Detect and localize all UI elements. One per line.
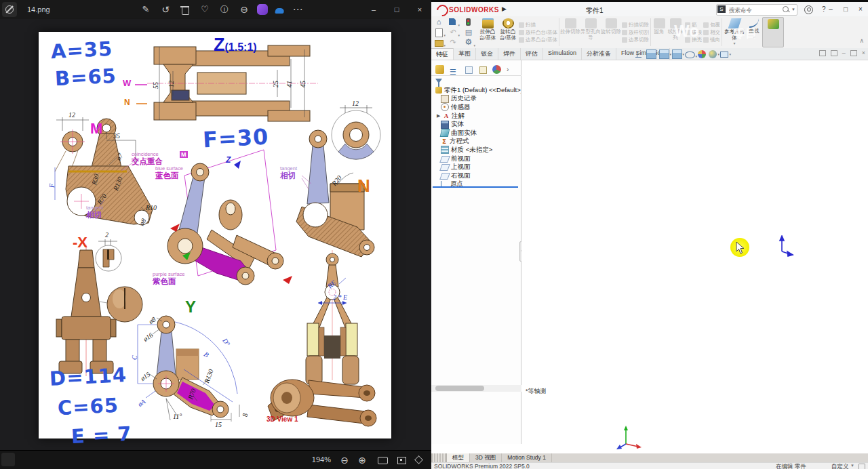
linear-pattern-button[interactable]: 线性阵列	[667, 17, 684, 47]
tree-item-solid-bodies[interactable]: 实体	[431, 120, 521, 129]
graphics-area[interactable]	[521, 60, 868, 444]
doc-minimize-icon[interactable]: –	[842, 49, 846, 56]
swept-boss-button[interactable]: 扫描	[519, 22, 557, 28]
shell-button[interactable]: 抽壳	[685, 37, 702, 43]
tab-scroll-widget[interactable]	[431, 453, 447, 462]
open-icon[interactable]: ▾	[433, 37, 445, 47]
boundary-cut-button[interactable]: 边界切除	[622, 37, 649, 43]
revolved-cut-button[interactable]: 旋转切除	[601, 17, 621, 47]
featuremanager-tab-icon[interactable]	[435, 65, 444, 74]
fit-to-window-icon[interactable]	[376, 453, 389, 467]
swept-cut-button[interactable]: 扫描切除	[622, 22, 649, 28]
doc-maximize-icon[interactable]	[850, 50, 857, 56]
tree-item-right-plane[interactable]: 右视面	[431, 171, 521, 180]
extrude-boss-button[interactable]: 拉伸凸台/基体	[477, 17, 498, 47]
zoom-to-fit-icon[interactable]	[635, 50, 644, 58]
new-document-icon[interactable]: ▾	[433, 27, 445, 37]
dimxpert-tab-icon[interactable]	[478, 65, 487, 74]
scrollbar-thumb[interactable]	[435, 386, 484, 391]
undo-icon[interactable]: ▾	[447, 27, 459, 37]
expand-arrow-icon[interactable]: ▶	[437, 113, 441, 119]
actual-size-icon[interactable]	[395, 453, 408, 467]
display-style-icon[interactable]: ▾	[672, 49, 682, 59]
configurations-tab-icon[interactable]	[464, 65, 473, 74]
boundary-boss-button[interactable]: 边界凸台/基体	[519, 37, 557, 43]
tab-features[interactable]: 特征	[431, 48, 454, 60]
view-orientation-icon[interactable]	[646, 49, 656, 59]
edit-image-icon[interactable]	[139, 3, 153, 16]
maximize-button[interactable]: □	[838, 2, 853, 16]
search-caret-icon[interactable]: ▼	[791, 7, 795, 12]
lofted-boss-button[interactable]: 放样凸台/基体	[519, 29, 557, 36]
wrap-button[interactable]: 包覆	[703, 22, 720, 28]
info-icon[interactable]	[218, 3, 231, 16]
close-button[interactable]: ×	[853, 2, 868, 16]
zoom-out-icon[interactable]: ⊖	[338, 453, 351, 467]
appearance-icon[interactable]	[698, 50, 706, 58]
photo-canvas[interactable]: A=35 B=65 F=30 D=114 C=65 E = 7 Z(1.5:1)…	[39, 32, 391, 439]
tab-weldments[interactable]: 焊件	[498, 48, 521, 60]
rib-button[interactable]: 筋	[685, 22, 702, 28]
curves-button[interactable]: 曲线▾	[746, 17, 762, 47]
rollback-bar[interactable]	[433, 186, 518, 188]
rotate-icon[interactable]	[159, 3, 172, 16]
favorite-icon[interactable]	[198, 3, 212, 16]
tree-item-top-plane[interactable]: 上视面	[431, 163, 521, 171]
logo-expand-arrow[interactable]: ▶	[502, 5, 507, 12]
mirror-button[interactable]: 镜向	[703, 37, 720, 43]
rebuild-icon[interactable]	[462, 17, 475, 26]
status-tag-icon[interactable]	[859, 464, 865, 469]
instant3d-button[interactable]	[762, 17, 784, 47]
tab-sketch[interactable]: 草图	[454, 48, 476, 60]
tab-simulation[interactable]: Simulation	[543, 48, 582, 60]
panel-tabs-more-icon[interactable]: ›	[507, 66, 509, 73]
close-button[interactable]: ×	[408, 0, 431, 19]
view-settings-icon[interactable]: ▾	[719, 50, 728, 58]
fillet-button[interactable]: 圆角	[652, 17, 667, 47]
origin-glyph[interactable]	[778, 235, 795, 257]
search-icon[interactable]	[783, 6, 789, 12]
tree-item-surface-bodies[interactable]: 曲面实体	[431, 129, 521, 138]
delete-icon[interactable]	[178, 3, 192, 16]
hole-wizard-button[interactable]: 异型孔向导	[580, 17, 601, 47]
tab-evaluate[interactable]: 评估	[521, 48, 543, 60]
status-customize[interactable]: 自定义	[831, 463, 849, 469]
draft-button[interactable]: 拔模	[685, 29, 702, 36]
redo-icon[interactable]	[447, 37, 459, 47]
tree-item-front-plane[interactable]: 前视面	[431, 155, 521, 163]
tab-motion-study[interactable]: Motion Study 1	[502, 453, 552, 462]
zoom-in-icon[interactable]: ⊕	[355, 453, 369, 467]
photos-app-icon[interactable]	[2, 2, 17, 17]
file-properties-icon[interactable]	[462, 27, 475, 37]
tree-root[interactable]: 零件1 (Default) <<Default>_PhotoV	[431, 86, 521, 95]
section-view-icon[interactable]: ▾	[659, 49, 669, 59]
minimize-button[interactable]: –	[362, 0, 385, 19]
propertymanager-tab-icon[interactable]	[450, 65, 458, 74]
filmstrip-icon[interactable]	[1, 453, 15, 466]
fullscreen-icon[interactable]	[412, 453, 426, 467]
home-icon[interactable]	[433, 17, 445, 26]
doc-new-window-icon[interactable]	[831, 50, 837, 56]
tree-item-sensors[interactable]: 传感器	[431, 103, 521, 112]
save-icon[interactable]: ▾	[447, 17, 459, 26]
doc-restore-icon[interactable]	[819, 50, 826, 56]
doc-close-icon[interactable]: ×	[862, 49, 865, 56]
scene-icon[interactable]: ▾	[709, 50, 717, 58]
minimize-button[interactable]: –	[823, 2, 838, 16]
intersect-button[interactable]: 相交	[703, 29, 720, 36]
tab-3d-views[interactable]: 3D 视图	[470, 453, 502, 462]
reference-geometry-button[interactable]: 参考几何体▾	[723, 17, 746, 47]
tab-sheetmetal[interactable]: 钣金	[476, 48, 498, 60]
maximize-button[interactable]: □	[385, 0, 408, 19]
search-input[interactable]	[728, 5, 783, 15]
tab-analysis-prep[interactable]: 分析准备	[582, 48, 616, 60]
display-manager-tab-icon[interactable]	[492, 65, 501, 74]
lofted-cut-button[interactable]: 放样切割	[622, 29, 649, 36]
filter-icon[interactable]	[435, 79, 442, 83]
onedrive-icon[interactable]	[274, 4, 285, 15]
revolve-boss-button[interactable]: 旋转凸台/基体	[498, 17, 518, 47]
options-gear-icon[interactable]: ▾	[462, 37, 475, 47]
ribbon-collapse-icon[interactable]: ∧	[859, 37, 864, 44]
customize-caret-icon[interactable]: ▼	[850, 464, 854, 468]
tree-item-history[interactable]: 历史记录	[431, 95, 521, 104]
